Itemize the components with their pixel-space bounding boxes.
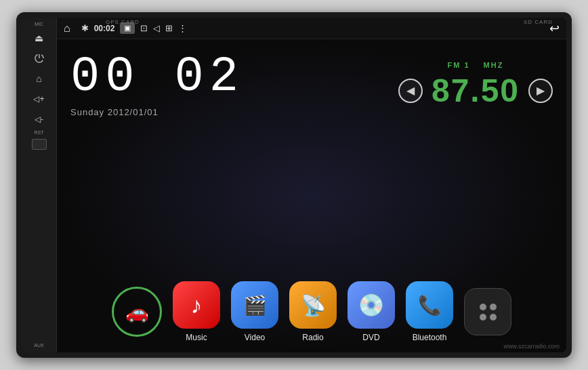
bluetooth-status-icon: ✱ — [81, 23, 89, 33]
radio-controls: ◀ 87.50 ▶ — [398, 72, 553, 109]
video-app-label: Video — [245, 333, 265, 342]
home-side-button[interactable]: ⌂ — [28, 69, 50, 88]
radio-prev-icon: ◀ — [406, 84, 415, 97]
dvd-app-icon: 💿 — [348, 281, 395, 329]
radio-labels: FM 1 MHZ — [448, 61, 504, 69]
radio-next-button[interactable]: ▶ — [528, 79, 553, 103]
app-more[interactable] — [464, 288, 511, 335]
bluetooth-app-label: Bluetooth — [413, 333, 447, 342]
home-icon[interactable]: ⌂ — [64, 22, 70, 35]
content-area: 00 02 Sunday 2012/01/01 FM 1 MHZ ◀ — [57, 39, 566, 352]
watermark: www.szcarradio.com — [503, 343, 560, 350]
dot-2 — [490, 304, 497, 310]
clock-section: 00 02 Sunday 2012/01/01 — [70, 53, 385, 117]
clock-date: Sunday 2012/01/01 — [70, 107, 385, 117]
rst-label: RST — [35, 130, 44, 135]
dots-grid — [477, 301, 499, 323]
radio-app-label: Radio — [302, 333, 323, 342]
gps-card-label: GPS CARD — [106, 19, 140, 25]
radio-band-label: FM 1 — [448, 61, 470, 69]
music-app-icon: ♪ — [173, 281, 220, 329]
dot-3 — [480, 314, 486, 321]
vol-down-button[interactable]: ◁- — [28, 110, 50, 129]
clock-display: 00 02 — [70, 53, 385, 102]
music-icon: ♪ — [191, 292, 203, 318]
radio-app-icon: 📡 — [289, 281, 337, 329]
top-labels: GPS CARD SD CARD — [92, 18, 566, 26]
app-car[interactable]: 🚗 — [112, 287, 162, 337]
app-video[interactable]: 🎬 Video — [231, 281, 278, 342]
dvd-icon: 💿 — [358, 292, 385, 318]
bluetooth-app-icon: 📞 — [406, 281, 453, 329]
video-app-icon: 🎬 — [231, 281, 278, 329]
dot-1 — [480, 304, 486, 310]
car-icon: 🚗 — [125, 301, 149, 323]
car-radio-device: MIC ⏏ ⌂ ◁+ ◁- RST AUX GPS CARD SD CARD — [16, 12, 572, 358]
more-app-icon — [464, 288, 511, 335]
dot-4 — [490, 314, 497, 321]
power-button[interactable] — [28, 49, 50, 68]
device-inner: MIC ⏏ ⌂ ◁+ ◁- RST AUX GPS CARD SD CARD — [22, 18, 566, 352]
app-bluetooth[interactable]: 📞 Bluetooth — [406, 281, 453, 342]
main-screen: GPS CARD SD CARD ⌂ ✱ 00:02 ▣ ⊡ ◁ ⊞ ⋮ ↩ — [57, 18, 566, 352]
info-section: 00 02 Sunday 2012/01/01 FM 1 MHZ ◀ — [57, 39, 566, 124]
apps-row: 🚗 ♪ Music 🎬 V — [57, 274, 566, 352]
video-icon: 🎬 — [243, 294, 267, 316]
mic-label: MIC — [33, 22, 45, 27]
radio-prev-button[interactable]: ◀ — [398, 79, 423, 103]
aux-label: AUX — [33, 343, 45, 348]
eject-button[interactable]: ⏏ — [28, 28, 50, 47]
usb-port — [32, 139, 47, 150]
radio-next-icon: ▶ — [537, 84, 545, 97]
radio-unit-label: MHZ — [484, 61, 504, 69]
radio-section: FM 1 MHZ ◀ 87.50 ▶ — [398, 61, 553, 109]
vol-up-button[interactable]: ◁+ — [28, 89, 50, 108]
app-music[interactable]: ♪ Music — [173, 281, 220, 342]
car-app-icon: 🚗 — [112, 287, 162, 337]
dvd-app-label: DVD — [362, 333, 379, 342]
radio-frequency: 87.50 — [428, 72, 523, 109]
side-panel: MIC ⏏ ⌂ ◁+ ◁- RST AUX — [22, 18, 57, 352]
music-app-label: Music — [186, 333, 207, 342]
radio-icon: 📡 — [301, 293, 326, 317]
app-radio[interactable]: 📡 Radio — [289, 281, 337, 342]
bluetooth-icon: 📞 — [418, 294, 442, 316]
app-dvd[interactable]: 💿 DVD — [348, 281, 395, 342]
sd-card-label: SD CARD — [524, 19, 553, 25]
